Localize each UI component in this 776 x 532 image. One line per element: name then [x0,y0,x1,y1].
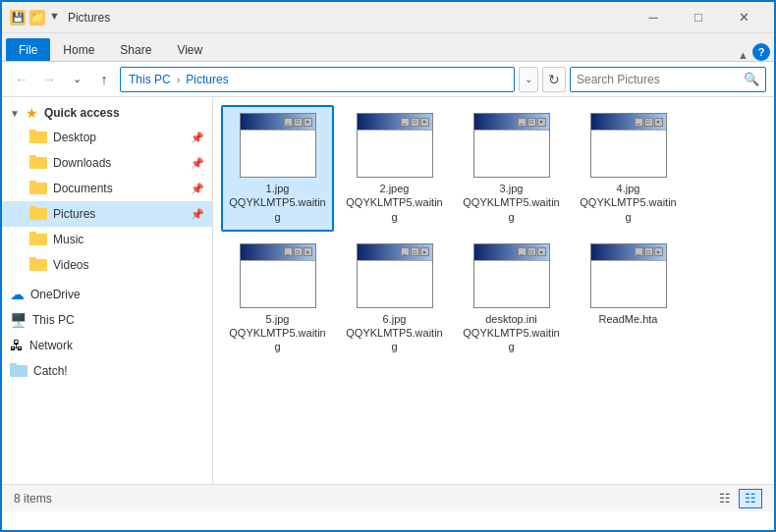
breadcrumb-pictures[interactable]: Pictures [186,73,228,86]
status-bar: 8 items ☷ ☷ [2,484,774,511]
file-thumbnail-3: _ □ × [473,113,550,178]
sidebar-item-desktop[interactable]: Desktop 📌 [2,125,212,150]
file-thumbnail-4: _ □ × [590,113,667,178]
svg-rect-7 [29,206,36,211]
file-thumbnail-1: _ □ × [240,113,316,178]
breadcrumb-this-pc[interactable]: This PC [129,73,171,86]
folder-icon-videos [29,257,47,274]
refresh-button[interactable]: ↻ [542,67,566,92]
sidebar-item-downloads[interactable]: Downloads 📌 [2,150,212,176]
svg-rect-13 [10,363,17,368]
address-bar: ← → ⌄ ↑ This PC › Pictures ⌄ ↻ 🔍 [2,62,774,97]
up-button[interactable]: ↑ [92,68,116,91]
quick-access-header[interactable]: ▼ ★ Quick access [2,101,212,125]
documents-label: Documents [53,182,113,195]
title-bar-controls: ─ □ ✕ [631,2,766,33]
file-name-4: 4.jpgQQYKLMTP5.waiting [578,182,679,224]
sidebar-item-onedrive[interactable]: ☁ OneDrive [2,282,212,307]
folder-icon-documents [29,181,47,197]
onedrive-icon: ☁ [10,286,25,303]
folder-icon-downloads [29,155,47,172]
address-path[interactable]: This PC › Pictures [120,67,515,92]
file-item-5[interactable]: _ □ × 5.jpgQQYKLMTP5.waiting [221,236,334,362]
pictures-label: Pictures [53,207,95,221]
svg-rect-5 [29,181,36,186]
view-toggles: ☷ ☷ [713,489,762,508]
grid-view-button[interactable]: ☷ [739,489,762,508]
sidebar-item-pictures[interactable]: Pictures 📌 [2,201,212,227]
tab-home[interactable]: Home [50,38,107,61]
sidebar-item-thispc[interactable]: 🖥️ This PC [2,307,212,333]
music-label: Music [53,233,83,246]
pictures-pin-icon: 📌 [191,208,204,221]
onedrive-label: OneDrive [30,288,81,301]
file-item-8[interactable]: _ □ × ReadMe.hta [572,236,685,362]
search-input[interactable] [577,73,744,86]
sidebar-item-network[interactable]: 🖧 Network [2,333,212,358]
desktop-pin-icon: 📌 [191,132,204,144]
list-view-button[interactable]: ☷ [713,489,737,508]
file-thumbnail-8: _ □ × [590,243,667,308]
folder-icon-desktop [29,130,47,146]
file-area: _ □ × 1.jpgQQYKLMTP5.waiting _ □ × [213,97,774,484]
folder-icon-pictures [29,206,47,223]
svg-rect-3 [29,155,36,160]
file-name-6: 6.jpgQQYKLMTP5.waiting [344,312,445,354]
folder-icon-catch [10,363,28,380]
forward-button[interactable]: → [37,68,61,91]
window-icon-down[interactable]: ▼ [49,10,60,26]
downloads-label: Downloads [53,156,111,170]
dropdown-button[interactable]: ⌄ [65,68,88,91]
file-item-6[interactable]: _ □ × 6.jpgQQYKLMTP5.waiting [338,236,451,362]
ribbon: File Home Share View ▲ ? [2,33,774,62]
svg-rect-1 [29,130,36,134]
window-icon-folder: 📁 [29,10,45,26]
sidebar-item-music[interactable]: Music [2,227,212,252]
search-box: 🔍 [570,67,766,92]
help-button[interactable]: ? [752,43,770,61]
file-item-2[interactable]: _ □ × 2.jpegQQYKLMTP5.waiting [338,105,451,232]
quick-access-expand-icon: ▼ [10,108,20,119]
star-icon: ★ [26,105,38,121]
ribbon-tabs: File Home Share View ▲ ? [2,33,774,61]
file-thumbnail-6: _ □ × [357,243,433,308]
tab-view[interactable]: View [164,38,215,61]
tab-share[interactable]: Share [107,38,164,61]
address-dropdown-button[interactable]: ⌄ [519,67,538,92]
minimize-button[interactable]: ─ [631,2,676,33]
sidebar-item-catch[interactable]: Catch! [2,358,212,384]
item-count: 8 items [14,492,52,505]
file-name-1: 1.jpgQQYKLMTP5.waiting [227,182,328,224]
title-bar-icons: 💾 📁 ▼ [10,10,60,26]
folder-icon-music [29,232,47,248]
downloads-pin-icon: 📌 [191,157,204,170]
file-name-2: 2.jpegQQYKLMTP5.waiting [344,182,445,224]
sidebar-item-documents[interactable]: Documents 📌 [2,176,212,201]
file-item-7[interactable]: _ □ × desktop.iniQQYKLMTP5.waiting [455,236,568,362]
title-bar: 💾 📁 ▼ Pictures ─ □ ✕ [2,2,774,33]
quick-access-label: Quick access [44,106,120,120]
file-thumbnail-7: _ □ × [473,243,550,308]
file-name-8: ReadMe.hta [599,312,658,326]
file-item-3[interactable]: _ □ × 3.jpgQQYKLMTP5.waiting [455,105,568,232]
network-label: Network [29,339,73,352]
videos-label: Videos [53,258,88,272]
file-name-5: 5.jpgQQYKLMTP5.waiting [227,312,328,354]
tab-file[interactable]: File [6,38,50,61]
thispc-label: This PC [32,313,75,327]
maximize-button[interactable]: □ [676,2,721,33]
thispc-icon: 🖥️ [10,312,27,328]
file-item-4[interactable]: _ □ × 4.jpgQQYKLMTP5.waiting [572,105,685,232]
main-area: ▼ ★ Quick access Desktop 📌 Downloads 📌 [2,97,774,484]
network-icon: 🖧 [10,338,24,353]
file-item-1[interactable]: _ □ × 1.jpgQQYKLMTP5.waiting [221,105,334,232]
sidebar: ▼ ★ Quick access Desktop 📌 Downloads 📌 [2,97,213,484]
file-name-7: desktop.iniQQYKLMTP5.waiting [461,312,562,354]
search-icon[interactable]: 🔍 [744,72,759,86]
window-icon-save: 💾 [10,10,26,26]
file-thumbnail-5: _ □ × [240,243,316,308]
ribbon-chevron[interactable]: ▲ [738,49,748,61]
sidebar-item-videos[interactable]: Videos [2,252,212,278]
back-button[interactable]: ← [10,68,33,91]
close-button[interactable]: ✕ [721,2,766,33]
